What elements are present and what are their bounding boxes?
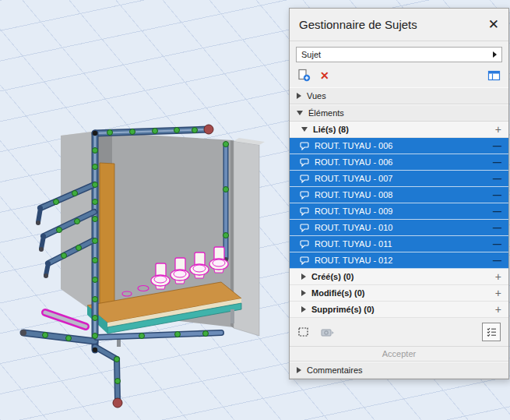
linked-element-row[interactable]: ROUT. TUYAU - 009 — [290,203,508,220]
linked-element-label: ROUT. TUYAU - 011 [315,239,487,249]
chevron-right-icon [301,290,306,296]
linked-element-label: ROUT. TUYAU - 006 [315,157,487,167]
subsection-created[interactable]: Créé(s) (0) + [290,269,508,285]
subject-dropdown-value: Sujet [301,50,321,59]
section-comments[interactable]: Commentaires [290,362,508,379]
element-balloon-icon [300,190,309,199]
panel-toolbar: ✕ [290,65,508,87]
item-options-button[interactable] [482,323,501,341]
linked-element-row[interactable]: ROUT. TUYAU - 011 — [290,236,508,252]
linked-element-row[interactable]: ROUT. TUYAU - 012 — [290,252,508,269]
linked-element-row[interactable]: ROUT. TUYAU - 007 — [290,171,508,187]
chevron-right-icon [301,274,306,280]
linked-element-row[interactable]: ROUT. TUYAU - 006 — [290,154,508,171]
pipe-right-vertical [223,143,228,262]
chevron-right-icon [301,306,306,312]
section-elements[interactable]: Éléments [290,104,508,122]
chevron-right-icon [493,51,497,58]
unlink-minus-button[interactable]: — [493,157,501,167]
linked-element-label: ROUT. TUYAU - 007 [315,174,487,183]
section-vues[interactable]: Vues [290,87,508,104]
delete-topic-icon[interactable]: ✕ [320,70,329,81]
element-balloon-icon [300,239,309,249]
element-balloon-icon [300,141,309,150]
unlink-minus-button[interactable]: — [493,256,501,265]
element-balloon-icon [300,223,309,232]
chevron-right-icon [297,367,301,373]
unlink-minus-button[interactable]: — [493,239,501,249]
marquee-select-icon[interactable] [297,326,310,338]
section-vues-label: Vues [307,91,326,101]
element-tools-toolbar [290,318,508,346]
topic-manager-panel: Gestionnaire de Sujets ✕ Sujet ✕ Vues Él… [289,8,509,379]
unlink-minus-button[interactable]: — [493,190,501,199]
add-deleted-button[interactable]: + [495,304,501,315]
red-sphere-top [204,125,213,134]
linked-element-row[interactable]: ROUT. TUYAU - 010 — [290,220,508,236]
unlink-minus-button[interactable]: — [493,174,501,183]
linked-element-label: ROUT. TUYAU - 006 [315,141,487,150]
element-balloon-icon [300,157,309,167]
red-sphere-bottom [113,398,122,408]
chevron-right-icon [297,93,301,99]
subsection-linked[interactable]: Lié(s) (8) + [290,122,508,138]
panel-header: Gestionnaire de Sujets ✕ [290,9,508,41]
new-topic-icon[interactable] [297,69,311,82]
filter-area: Sujet [290,41,508,65]
linked-element-label: ROUT. TUYAU - 012 [315,256,487,265]
checklist-icon [485,326,498,338]
close-icon[interactable]: ✕ [488,18,499,31]
subsection-deleted-label: Supprimé(s) (0) [311,305,375,314]
unlink-minus-button[interactable]: — [493,141,501,150]
add-created-button[interactable]: + [495,271,501,282]
unlink-minus-button[interactable]: — [493,206,501,216]
subsection-modified[interactable]: Modifié(s) (0) + [290,285,508,302]
element-balloon-icon [300,256,309,265]
linked-element-label: ROUT. TUYAU - 008 [315,190,487,199]
linked-element-label: ROUT. TUYAU - 010 [315,223,487,232]
element-balloon-icon [300,174,309,183]
subsection-linked-label: Lié(s) (8) [313,125,349,134]
panel-options-icon[interactable] [487,69,501,82]
linked-element-label: ROUT. TUYAU - 009 [315,206,487,216]
linked-element-row[interactable]: ROUT. TUYAU - 008 — [290,187,508,203]
orange-panel [100,163,114,307]
chevron-down-icon [301,127,308,132]
subsection-modified-label: Modifié(s) (0) [311,288,364,298]
subsection-deleted[interactable]: Supprimé(s) (0) + [290,302,508,318]
subject-dropdown[interactable]: Sujet [296,47,502,62]
panel-title: Gestionnaire de Sujets [299,18,417,31]
linked-element-row[interactable]: ROUT. TUYAU - 006 — [290,138,508,154]
unlink-minus-button[interactable]: — [493,223,501,232]
chevron-down-icon [297,111,303,115]
add-modified-button[interactable]: + [495,288,501,298]
linked-elements-list: ROUT. TUYAU - 006 — ROUT. TUYAU - 006 — … [290,138,508,269]
add-linked-button[interactable]: + [495,124,501,135]
accept-button[interactable]: Accepter [290,346,508,362]
subsection-created-label: Créé(s) (0) [311,272,353,281]
section-comments-label: Commentaires [307,365,363,375]
section-elements-label: Éléments [308,108,344,118]
element-balloon-icon [300,206,309,216]
capture-view-icon[interactable] [321,326,335,338]
